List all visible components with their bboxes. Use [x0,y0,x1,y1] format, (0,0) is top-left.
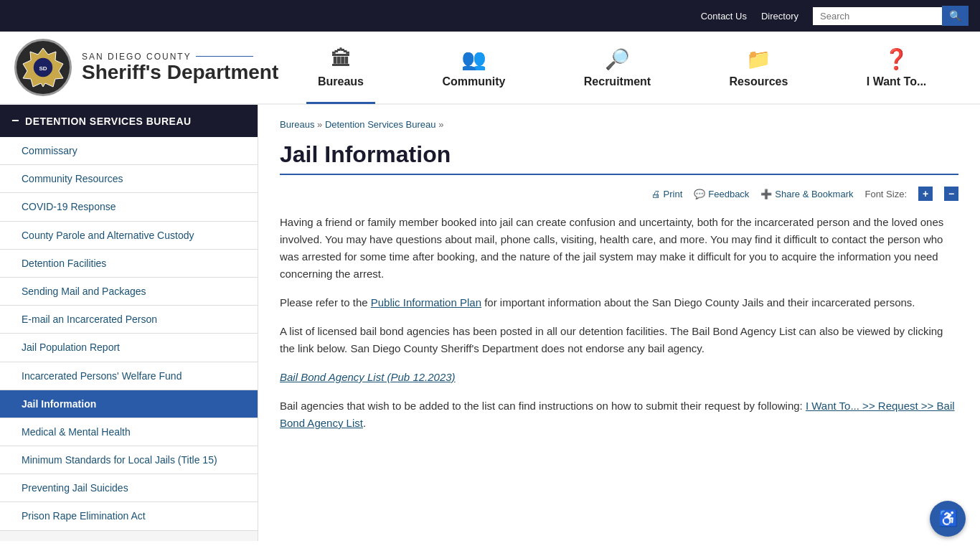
san-diego-label: SAN DIEGO COUNTY [82,52,278,62]
bureaus-icon: 🏛 [331,47,351,71]
breadcrumb: Bureaus » Detention Services Bureau » [280,119,958,130]
sidebar-item-welfare-fund[interactable]: Incarcerated Persons' Welfare Fund [0,362,258,390]
nav-bureaus-label: Bureaus [318,75,364,88]
search-button[interactable]: 🔍 [942,6,969,26]
nav-community[interactable]: 👥 Community [430,40,517,95]
share-link[interactable]: ➕ Share & Bookmark [760,189,853,199]
paragraph-3: A list of licensed bail bond agencies ha… [280,323,958,357]
sidebar-item-jail-information[interactable]: Jail Information [0,390,258,418]
content-body: Having a friend or family member booked … [280,214,958,432]
recruitment-icon: 🔎 [605,47,630,71]
nav-resources-label: Resources [730,75,788,88]
svg-text:SD: SD [39,65,47,72]
feedback-icon: 💬 [694,189,705,199]
search-container: 🔍 [813,6,969,26]
sidebar-item-minimum-standards[interactable]: Minimum Standards for Local Jails (Title… [0,446,258,474]
sheriff-badge: SD [14,39,72,96]
iwantto-icon: ❓ [884,47,909,71]
nav-resources[interactable]: 📁 Resources [718,40,800,95]
breadcrumb-detention[interactable]: Detention Services Bureau [325,119,436,130]
directory-link[interactable]: Directory [761,11,798,22]
sidebar-item-preventing-suicides[interactable]: Preventing Jail Suicides [0,474,258,502]
nav-bureaus[interactable]: 🏛 Bureaus [306,40,375,95]
main-nav: 🏛 Bureaus 👥 Community 🔎 Recruitment 📁 Re… [278,40,966,95]
page-layout: − DETENTION SERVICES BUREAU Commissary C… [0,105,980,541]
site-header: SD SAN DIEGO COUNTY Sheriff's Department… [0,32,980,105]
print-link[interactable]: 🖨 Print [651,189,683,199]
nav-iwantto-label: I Want To... [867,75,927,88]
logo-area: SD SAN DIEGO COUNTY Sheriff's Department [14,39,278,96]
bail-bond-agency-link[interactable]: Bail Bond Agency List (Pub 12.2023) [280,371,456,383]
font-decrease-button[interactable]: − [944,187,958,201]
nav-recruitment[interactable]: 🔎 Recruitment [573,40,662,95]
action-bar: 🖨 Print 💬 Feedback ➕ Share & Bookmark Fo… [280,187,958,201]
bail-bond-link-paragraph: Bail Bond Agency List (Pub 12.2023) [280,369,958,386]
sidebar-item-covid19[interactable]: COVID-19 Response [0,193,258,221]
logo-text: SAN DIEGO COUNTY Sheriff's Department [82,52,278,84]
sidebar-item-county-parole[interactable]: County Parole and Alternative Custody [0,222,258,250]
nav-recruitment-label: Recruitment [584,75,651,88]
nav-community-label: Community [442,75,505,88]
contact-us-link[interactable]: Contact Us [701,11,747,22]
community-icon: 👥 [461,47,486,71]
nav-iwantto[interactable]: ❓ I Want To... [855,40,938,95]
breadcrumb-bureaus[interactable]: Bureaus [280,119,314,130]
paragraph-2: Please refer to the Public Information P… [280,294,958,311]
public-info-plan-link[interactable]: Public Information Plan [371,296,481,309]
sidebar-item-email-incarcerated[interactable]: E-mail an Incarcerated Person [0,306,258,334]
top-bar: Contact Us Directory 🔍 [0,0,980,32]
paragraph-4: Bail agencies that wish to be added to t… [280,397,958,432]
sidebar-item-commissary[interactable]: Commissary [0,137,258,165]
font-increase-button[interactable]: + [918,187,933,201]
paragraph-1: Having a friend or family member booked … [280,214,958,283]
main-content: Bureaus » Detention Services Bureau » Ja… [258,105,980,541]
dept-name-label: Sheriff's Department [82,62,278,84]
feedback-link[interactable]: 💬 Feedback [694,189,749,199]
iwantto-bail-bond-link[interactable]: I Want To... >> Request >> Bail Bond Age… [280,400,955,429]
sidebar-section-header: − DETENTION SERVICES BUREAU [0,105,258,137]
sidebar-item-community-resources[interactable]: Community Resources [0,165,258,193]
search-input[interactable] [813,7,942,25]
sidebar-item-detention-facilities[interactable]: Detention Facilities [0,250,258,278]
resources-icon: 📁 [746,47,771,71]
sidebar-item-sending-mail[interactable]: Sending Mail and Packages [0,278,258,306]
accessibility-button[interactable]: ♿ [930,501,966,537]
sidebar-item-medical-mental[interactable]: Medical & Mental Health [0,418,258,446]
font-size-label: Font Size: [864,189,907,199]
page-title: Jail Information [280,141,958,175]
collapse-icon[interactable]: − [11,113,19,128]
sidebar-item-prison-rape[interactable]: Prison Rape Elimination Act [0,502,258,530]
sidebar: − DETENTION SERVICES BUREAU Commissary C… [0,105,258,541]
share-icon: ➕ [760,189,772,199]
sidebar-section-title: DETENTION SERVICES BUREAU [25,116,192,127]
sidebar-item-jail-population[interactable]: Jail Population Report [0,334,258,362]
print-icon: 🖨 [651,189,661,199]
